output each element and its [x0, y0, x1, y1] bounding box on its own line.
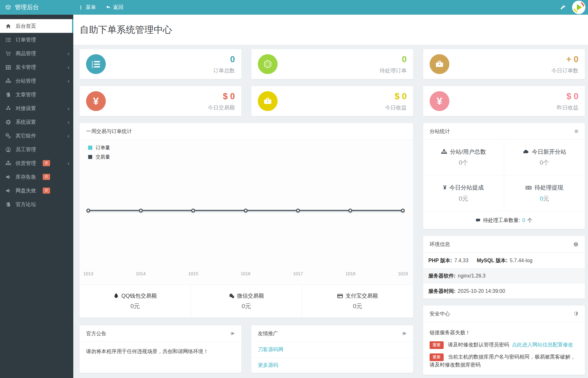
- sidebar: 后台首页 订单管理 商品管理 ‹ 发卡管理 ‹ 分站管理: [0, 15, 73, 378]
- substation-cell-users: 分站/用户总数 0个: [423, 140, 504, 175]
- sitemap-icon: [5, 78, 11, 84]
- chevron-left-icon: ‹: [68, 160, 69, 166]
- sidebar-item-products[interactable]: 商品管理 ‹: [0, 47, 73, 60]
- pending-tickets-row: 待处理工单数量: 0 个: [423, 211, 585, 229]
- promo-link[interactable]: 更多源码: [251, 357, 413, 373]
- app-logo[interactable]: [572, 1, 585, 14]
- stat-card-today-turnover: ¥ $ 0 今日交易额: [80, 86, 241, 116]
- sidebar-item-cards[interactable]: 发卡管理 ‹: [0, 60, 73, 74]
- data-point: [139, 209, 143, 212]
- pending-tickets-label: 待处理工单数量:: [483, 217, 520, 224]
- stat-card-pending-orders: 0 待处理订单: [251, 49, 413, 79]
- important-badge: 重要: [430, 341, 444, 349]
- stat-card-today-orders: + 0 今日订单数: [423, 49, 585, 79]
- announcement-title: 官方公告: [86, 330, 106, 337]
- sidebar-item-dead-links[interactable]: 网盘失效 0: [0, 184, 73, 197]
- topbar-right: [557, 0, 588, 15]
- cubes-icon: [5, 106, 11, 111]
- sidebar-item-articles[interactable]: 文章管理: [0, 88, 73, 101]
- pay-stat-label: 支付宝交易额: [345, 293, 378, 299]
- stat-value: $ 0: [385, 91, 407, 102]
- yen-icon: ¥: [86, 91, 106, 111]
- x-tick-label: 1013: [83, 271, 93, 277]
- config-change-link[interactable]: 点此进入网站信息配置修改: [512, 342, 573, 347]
- announcement-text: 请勿将本程序用于任何违规场景，共创和谐网络环境！: [80, 342, 241, 370]
- sidebar-item-other-components[interactable]: 其它组件 ‹: [0, 129, 73, 143]
- stat-value: + 0: [551, 54, 578, 65]
- comment-icon: [475, 218, 481, 223]
- chart-panel-header: 一周交易与订单统计: [80, 123, 413, 140]
- sidebar-item-label: 官方论坛: [16, 201, 36, 208]
- sidebar-item-home[interactable]: 后台首页: [0, 19, 73, 33]
- substation-cell-label: 今日分站提成: [449, 184, 484, 191]
- warning-text: 请及时修改默认管理员密码: [448, 342, 509, 347]
- sidebar-badge: 0: [43, 188, 50, 193]
- menu-toggle-button[interactable]: 菜单: [73, 0, 101, 15]
- sidebar-item-label: 商品管理: [16, 50, 36, 57]
- env-row-server: 服务器软件: nginx/1.26.3: [423, 268, 585, 283]
- book-icon: [5, 202, 11, 207]
- ellipsis-v-icon: [78, 5, 83, 10]
- stat-label: 昨日收益: [557, 104, 578, 111]
- sidebar-item-orders[interactable]: 订单管理: [0, 33, 73, 47]
- user-circle-icon: [5, 147, 11, 152]
- app-brand[interactable]: 管理后台: [0, 0, 73, 15]
- php-version-label: PHP 版本:: [428, 257, 452, 264]
- pay-stat-value: 0元: [242, 302, 251, 310]
- sidebar-item-label: 对接设置: [16, 105, 36, 112]
- pay-stat-value: 0元: [130, 302, 140, 310]
- settings-wrench-button[interactable]: [557, 2, 568, 13]
- trades-swatch-icon: [88, 155, 92, 159]
- data-point: [348, 209, 352, 212]
- gear-icon: [5, 119, 11, 125]
- chart-legend: 订单量 交易量: [88, 145, 110, 163]
- cart-icon: [5, 51, 11, 56]
- security-title: 安全中心: [430, 311, 450, 317]
- stat-label: 待处理订单: [380, 67, 407, 74]
- pay-stat-label: 微信交易额: [237, 293, 264, 299]
- book-icon: [5, 92, 11, 98]
- chevron-left-icon: ‹: [68, 64, 69, 70]
- legend-item-trades[interactable]: 交易量: [88, 154, 110, 160]
- server-link-failed-text: 链接服务器失败！: [430, 329, 578, 337]
- security-warning-password: 重要 请及时修改默认管理员密码 点此进入网站信息配置修改: [430, 341, 578, 349]
- x-tick-label: 1016: [241, 271, 250, 277]
- substation-cell-value: 0个: [459, 159, 468, 167]
- cube-logo-icon: [5, 4, 11, 11]
- substation-cell-withdrawals: 待处理提现 0元: [504, 175, 585, 211]
- briefcase-icon: [258, 91, 278, 111]
- pay-stat-value: 0元: [353, 302, 362, 310]
- legend-item-orders[interactable]: 订单量: [88, 145, 110, 151]
- grid-icon: [5, 64, 11, 70]
- weekly-chart-panel: 一周交易与订单统计 订单量 交易量: [80, 123, 413, 318]
- env-row-time: 服务器时间: 2025-10-20 14:39:00: [423, 283, 585, 299]
- sidebar-item-label: 发卡管理: [16, 64, 36, 70]
- topnav: 菜单 返回: [73, 0, 128, 15]
- sidebar-item-staff[interactable]: 员工管理: [0, 143, 73, 156]
- back-button[interactable]: 返回: [101, 0, 128, 15]
- stat-card-yesterday-profit: ¥ $ 0 昨日收益: [423, 86, 585, 116]
- sidebar-item-suppliers[interactable]: 供货管理 0 ‹: [0, 156, 73, 170]
- megaphone-icon: [229, 331, 235, 336]
- chevron-left-icon: ‹: [68, 105, 69, 111]
- data-point: [296, 209, 300, 212]
- sidebar-item-official-forum[interactable]: 官方论坛: [0, 197, 73, 211]
- sidebar-item-low-stock[interactable]: 库存告急 0: [0, 170, 73, 184]
- sidebar-item-system-settings[interactable]: 系统设置 ‹: [0, 115, 73, 129]
- cloud-icon: [523, 149, 529, 155]
- data-point: [401, 209, 405, 212]
- sidebar-item-integrations[interactable]: 对接设置 ‹: [0, 101, 73, 115]
- page-title: 自助下单系统管理中心: [80, 24, 172, 35]
- chevron-left-icon: ‹: [68, 119, 69, 125]
- promo-link[interactable]: 刀客源码网: [251, 342, 413, 357]
- stat-value: $ 0: [208, 91, 235, 102]
- sidebar-item-substations[interactable]: 分站管理 ‹: [0, 74, 73, 88]
- server-software-value: nginx/1.26.3: [458, 273, 485, 279]
- brand-title: 管理后台: [15, 4, 39, 11]
- promo-panel: 友情推广 刀客源码网 更多源码: [251, 325, 413, 373]
- credit-card-icon: [337, 293, 343, 299]
- bullhorn-icon: [5, 188, 11, 194]
- shield-icon: [574, 311, 578, 316]
- chevron-left-icon: ‹: [68, 78, 69, 84]
- qq-wallet-stat: QQ钱包交易额 0元: [80, 285, 191, 318]
